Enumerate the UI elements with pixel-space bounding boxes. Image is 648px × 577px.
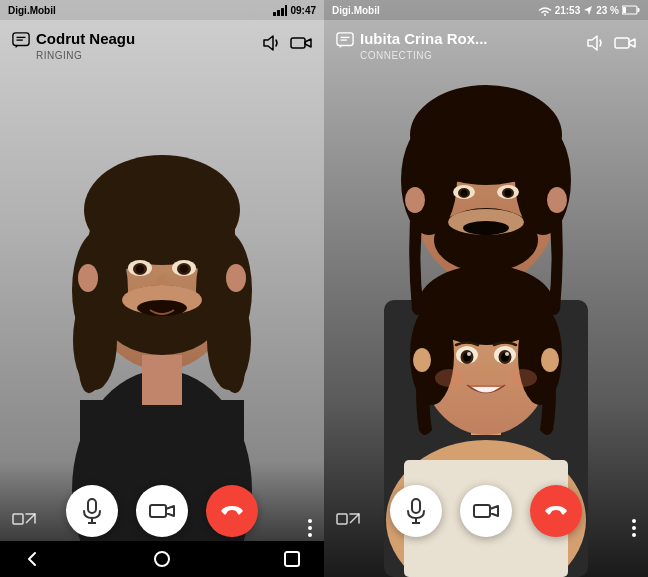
svg-rect-26 bbox=[285, 5, 287, 16]
svg-rect-35 bbox=[13, 514, 23, 524]
svg-rect-27 bbox=[13, 33, 29, 46]
svg-point-69 bbox=[467, 352, 471, 356]
call-name-block-left: Codrut Neagu RINGING bbox=[36, 30, 135, 61]
mic-button-left[interactable] bbox=[66, 485, 118, 537]
svg-point-15 bbox=[136, 265, 144, 273]
call-info-left: Codrut Neagu RINGING bbox=[12, 30, 135, 61]
svg-rect-25 bbox=[281, 8, 284, 16]
svg-point-75 bbox=[541, 348, 559, 372]
battery-percent-right: 23 % bbox=[596, 5, 619, 16]
bottom-nav-left bbox=[0, 541, 324, 577]
carrier-left: Digi.Mobil bbox=[8, 5, 56, 16]
status-bar-right-right: 21:53 23 % bbox=[538, 5, 640, 16]
svg-rect-83 bbox=[412, 499, 420, 513]
status-bar-right: Digi.Mobil 21:53 23 % bbox=[324, 0, 648, 20]
svg-point-70 bbox=[505, 352, 509, 356]
svg-point-16 bbox=[180, 265, 188, 273]
expand-icon-right[interactable] bbox=[336, 513, 360, 537]
location-icon bbox=[583, 5, 593, 16]
svg-rect-24 bbox=[277, 10, 280, 16]
svg-point-49 bbox=[461, 190, 468, 197]
end-call-button-right[interactable] bbox=[530, 485, 582, 537]
video-button-right[interactable] bbox=[460, 485, 512, 537]
call-info-right: Iubita Crina Rox... CONNECTING bbox=[336, 30, 488, 61]
speaker-icon-left[interactable] bbox=[260, 32, 282, 54]
back-button[interactable] bbox=[20, 547, 44, 571]
svg-point-53 bbox=[463, 221, 509, 235]
call-header-left: Codrut Neagu RINGING bbox=[0, 20, 324, 69]
mic-button-right[interactable] bbox=[390, 485, 442, 537]
svg-rect-78 bbox=[623, 7, 626, 13]
chat-icon-left bbox=[12, 32, 30, 50]
svg-point-54 bbox=[405, 187, 425, 213]
wifi-icon bbox=[538, 5, 552, 16]
caller-name-right: Iubita Crina Rox... bbox=[360, 30, 488, 48]
status-bar-left: Digi.Mobil 09:47 bbox=[0, 0, 324, 20]
video-toggle-icon-right[interactable] bbox=[614, 32, 636, 54]
time-right: 21:53 bbox=[555, 5, 581, 16]
svg-point-20 bbox=[78, 264, 98, 292]
video-button-left[interactable] bbox=[136, 485, 188, 537]
call-header-right: Iubita Crina Rox... CONNECTING bbox=[324, 20, 648, 69]
more-options-left[interactable] bbox=[308, 519, 312, 537]
svg-point-74 bbox=[413, 348, 431, 372]
home-button[interactable] bbox=[150, 547, 174, 571]
svg-point-21 bbox=[226, 264, 246, 292]
more-options-right[interactable] bbox=[632, 519, 636, 537]
caller-name-left: Codrut Neagu bbox=[36, 30, 135, 48]
svg-point-55 bbox=[547, 187, 567, 213]
chat-icon-right bbox=[336, 32, 354, 50]
svg-rect-77 bbox=[638, 8, 640, 12]
header-icons-left bbox=[260, 32, 312, 54]
call-status-left: RINGING bbox=[36, 50, 135, 61]
battery-icon-right bbox=[622, 5, 640, 15]
svg-rect-22 bbox=[142, 355, 182, 405]
svg-point-72 bbox=[435, 369, 463, 387]
call-name-block-right: Iubita Crina Rox... CONNECTING bbox=[360, 30, 488, 61]
svg-point-36 bbox=[155, 552, 169, 566]
svg-rect-79 bbox=[337, 33, 353, 46]
svg-point-73 bbox=[509, 369, 537, 387]
recents-button[interactable] bbox=[280, 547, 304, 571]
svg-rect-31 bbox=[88, 499, 96, 513]
expand-icon-left[interactable] bbox=[12, 513, 36, 537]
svg-rect-37 bbox=[285, 552, 299, 566]
svg-point-71 bbox=[480, 365, 492, 375]
time-left: 09:47 bbox=[290, 5, 316, 16]
svg-rect-30 bbox=[291, 38, 305, 48]
call-controls-right bbox=[324, 485, 648, 537]
status-bar-right-left: 09:47 bbox=[273, 5, 316, 16]
svg-rect-34 bbox=[150, 505, 166, 517]
svg-rect-23 bbox=[273, 12, 276, 16]
speaker-icon-right[interactable] bbox=[584, 32, 606, 54]
svg-rect-82 bbox=[615, 38, 629, 48]
video-toggle-icon-left[interactable] bbox=[290, 32, 312, 54]
header-icons-right bbox=[584, 32, 636, 54]
svg-point-50 bbox=[505, 190, 512, 197]
left-phone-screen: Digi.Mobil 09:47 Codrut Neagu RI bbox=[0, 0, 324, 577]
call-status-right: CONNECTING bbox=[360, 50, 488, 61]
right-phone-screen: Digi.Mobil 21:53 23 % bbox=[324, 0, 648, 577]
signal-icon bbox=[273, 5, 287, 16]
svg-rect-87 bbox=[337, 514, 347, 524]
carrier-right: Digi.Mobil bbox=[332, 5, 380, 16]
svg-rect-86 bbox=[474, 505, 490, 517]
end-call-button-left[interactable] bbox=[206, 485, 258, 537]
call-controls-left bbox=[0, 485, 324, 537]
